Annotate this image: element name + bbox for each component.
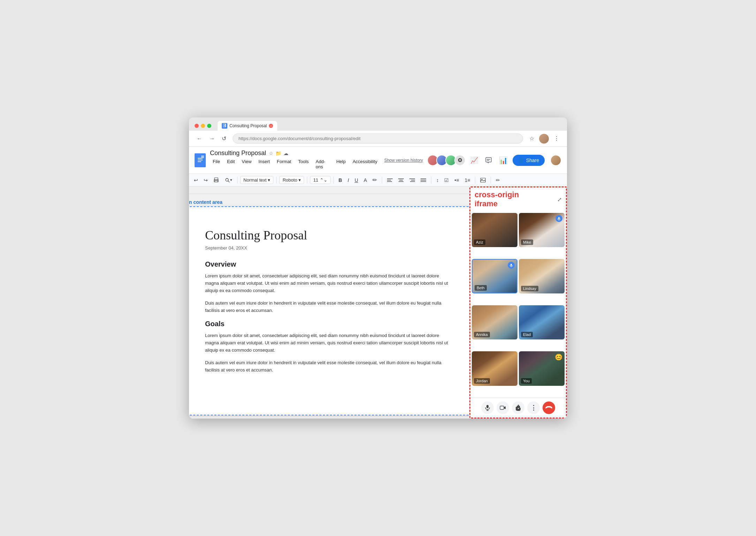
svg-rect-10 xyxy=(486,158,491,162)
text-color-button[interactable]: A xyxy=(362,176,369,184)
end-call-button[interactable] xyxy=(543,401,555,414)
reload-button[interactable]: ↺ xyxy=(220,135,228,143)
bullet-list-button[interactable]: •≡ xyxy=(452,176,461,184)
menu-accessibility[interactable]: Accessibility xyxy=(350,158,380,171)
align-justify-button[interactable] xyxy=(418,177,428,184)
address-bar[interactable] xyxy=(233,133,523,144)
paragraph-style-selector[interactable]: Normal text ▾ xyxy=(240,176,273,184)
toolbar-divider-7 xyxy=(475,177,475,184)
nav-buttons: ← → ↺ xyxy=(195,135,228,143)
undo-button[interactable]: ↩ xyxy=(192,176,200,184)
browser-tab[interactable]: Consulting Proposal × xyxy=(218,121,277,131)
svg-rect-40 xyxy=(518,405,519,408)
document-title[interactable]: Consulting Proposal xyxy=(210,150,266,157)
elad-name-label: Elad xyxy=(521,332,533,337)
edit-tools-button[interactable]: ✏ xyxy=(494,176,502,184)
hand-raise-button[interactable] xyxy=(512,401,524,414)
menu-insert[interactable]: Insert xyxy=(256,158,273,171)
share-label: Share xyxy=(526,158,539,163)
tab-close-button[interactable]: × xyxy=(269,124,273,128)
video-cell-elad: Elad xyxy=(519,305,565,339)
iframe-header: cross-origin iframe ⤢ xyxy=(470,187,566,212)
numbered-list-button[interactable]: 1≡ xyxy=(462,176,472,184)
aziz-placeholder: Aziz xyxy=(472,213,517,247)
align-center-button[interactable] xyxy=(396,177,406,184)
lindsay-placeholder: Lindsay xyxy=(519,259,565,293)
line-spacing-button[interactable]: ↕ xyxy=(434,176,441,184)
you-emoji-overlay: 😊 xyxy=(555,353,562,361)
mike-name-label: Mike xyxy=(521,239,533,245)
docs-title-section: Consulting Proposal ☆ 📁 ☁ File Edit View… xyxy=(210,150,380,171)
svg-point-16 xyxy=(226,178,228,181)
font-size-arrows: ⌃⌄ xyxy=(320,177,327,183)
chart-icon-btn[interactable]: 📈 xyxy=(468,154,480,166)
italic-button[interactable]: I xyxy=(346,176,351,184)
bold-button[interactable]: B xyxy=(337,176,344,184)
meet-icon-btn[interactable]: 📊 xyxy=(497,154,510,167)
document-page[interactable]: Consulting Proposal September 04, 20XX O… xyxy=(189,206,469,415)
folder-icon[interactable]: 📁 xyxy=(275,151,281,156)
beth-name-label: Beth xyxy=(475,285,487,291)
close-traffic-light[interactable] xyxy=(195,124,199,128)
redo-button[interactable]: ↪ xyxy=(202,176,210,184)
forward-button[interactable]: → xyxy=(207,135,217,143)
back-button[interactable]: ← xyxy=(195,135,204,143)
more-options-button[interactable]: ⋮ xyxy=(527,401,540,414)
ruler-marks: | 1 2 3 4 5 6 7 xyxy=(189,193,469,194)
comments-icon-btn[interactable] xyxy=(483,155,494,166)
docs-toolbar: ↩ ↪ ▾ Normal text ▾ Roboto ▾ 11 ⌃⌄ xyxy=(189,174,567,186)
menu-help[interactable]: Help xyxy=(333,158,348,171)
highlight-button[interactable]: ✏ xyxy=(370,175,379,185)
toolbar-divider-3 xyxy=(307,177,307,184)
menu-edit[interactable]: Edit xyxy=(224,158,237,171)
mike-speaking-icon xyxy=(555,215,562,222)
font-size-selector[interactable]: 11 ⌃⌄ xyxy=(310,176,330,184)
toolbar-divider-6 xyxy=(431,177,431,184)
overview-paragraph-2: Duis autem vel eum iriure dolor in hendr… xyxy=(205,300,453,314)
browser-actions: ☆ ⋮ xyxy=(527,134,561,144)
align-right-button[interactable] xyxy=(407,177,417,184)
version-history-link[interactable]: Show version history xyxy=(384,158,423,163)
svg-rect-32 xyxy=(558,217,560,219)
svg-rect-36 xyxy=(486,405,489,408)
checklist-button[interactable]: ☑ xyxy=(442,176,451,184)
main-content-area-label: main content area xyxy=(189,199,469,205)
svg-rect-42 xyxy=(519,406,520,409)
bookmark-icon[interactable]: ☆ xyxy=(527,135,536,143)
mic-control-button[interactable] xyxy=(481,401,494,414)
cloud-icon: ☁ xyxy=(284,151,288,156)
svg-rect-13 xyxy=(214,178,218,180)
underline-button[interactable]: U xyxy=(353,176,360,184)
menu-tools[interactable]: Tools xyxy=(295,158,311,171)
tab-favicon xyxy=(222,123,227,129)
docs-title-row: Consulting Proposal ☆ 📁 ☁ xyxy=(210,150,380,157)
maximize-traffic-light[interactable] xyxy=(207,124,211,128)
svg-rect-39 xyxy=(500,406,504,409)
share-button[interactable]: 👤 Share xyxy=(513,155,545,166)
image-button[interactable] xyxy=(478,176,488,184)
toolbar-divider-8 xyxy=(491,177,491,184)
user-profile-avatar[interactable] xyxy=(550,155,561,166)
menu-file[interactable]: File xyxy=(210,158,223,171)
video-cell-jordan: Jordan xyxy=(472,351,517,385)
chrome-menu-icon[interactable]: ⋮ xyxy=(552,135,561,143)
menu-format[interactable]: Format xyxy=(274,158,294,171)
avatar-settings: ⚙ xyxy=(454,155,466,166)
star-icon[interactable]: ☆ xyxy=(269,151,273,156)
align-left-button[interactable] xyxy=(385,177,395,184)
font-selector[interactable]: Roboto ▾ xyxy=(279,176,304,184)
minimize-traffic-light[interactable] xyxy=(201,124,205,128)
user-avatar[interactable] xyxy=(539,134,549,144)
menu-view[interactable]: View xyxy=(239,158,254,171)
overview-paragraph-1: Lorem ipsum dolor sit amet, consectetuer… xyxy=(205,273,453,294)
iframe-expand-button[interactable]: ⤢ xyxy=(557,196,562,203)
font-dropdown-arrow: ▾ xyxy=(298,177,301,183)
svg-rect-9 xyxy=(201,155,204,158)
zoom-button[interactable]: ▾ xyxy=(222,176,234,184)
svg-rect-30 xyxy=(481,178,485,182)
print-button[interactable] xyxy=(211,176,221,184)
menu-addons[interactable]: Add-ons xyxy=(313,158,332,171)
annika-name-label: Annika xyxy=(474,332,490,337)
camera-control-button[interactable] xyxy=(497,401,509,414)
overview-heading: Overview xyxy=(205,260,453,268)
